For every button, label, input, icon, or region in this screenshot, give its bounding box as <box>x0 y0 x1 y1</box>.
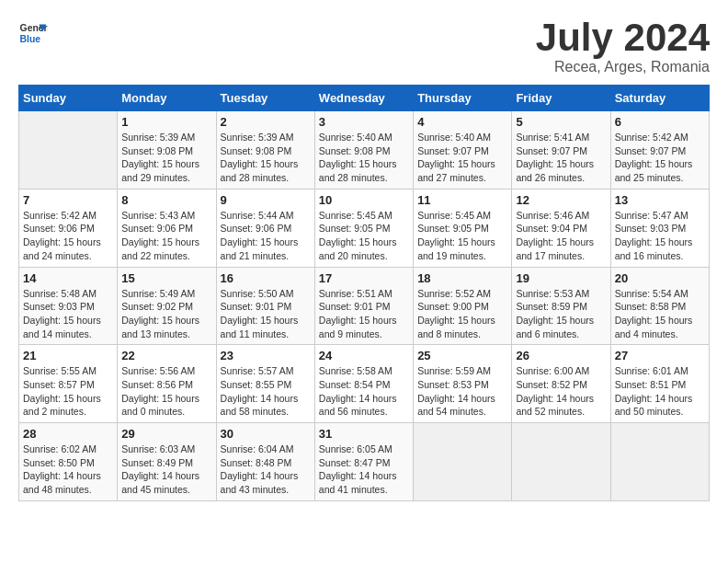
weekday-header-friday: Friday <box>512 86 610 111</box>
day-number: 17 <box>319 271 409 285</box>
calendar-body: 1Sunrise: 5:39 AM Sunset: 9:08 PM Daylig… <box>19 111 710 501</box>
weekday-header-thursday: Thursday <box>414 86 512 111</box>
calendar-cell <box>512 423 610 501</box>
day-info: Sunrise: 5:39 AM Sunset: 9:08 PM Dayligh… <box>121 131 211 185</box>
week-row-2: 14Sunrise: 5:48 AM Sunset: 9:03 PM Dayli… <box>19 267 710 345</box>
calendar-cell: 11Sunrise: 5:45 AM Sunset: 9:05 PM Dayli… <box>414 189 512 267</box>
day-info: Sunrise: 5:44 AM Sunset: 9:06 PM Dayligh… <box>221 209 311 263</box>
day-info: Sunrise: 5:39 AM Sunset: 9:08 PM Dayligh… <box>221 131 311 185</box>
day-number: 24 <box>319 349 409 362</box>
day-info: Sunrise: 5:45 AM Sunset: 9:05 PM Dayligh… <box>319 209 409 263</box>
day-number: 13 <box>615 193 705 207</box>
day-info: Sunrise: 5:59 AM Sunset: 8:53 PM Dayligh… <box>417 364 507 419</box>
calendar-cell: 21Sunrise: 5:55 AM Sunset: 8:57 PM Dayli… <box>19 345 118 423</box>
calendar-cell: 23Sunrise: 5:57 AM Sunset: 8:55 PM Dayli… <box>216 345 314 423</box>
weekday-header-saturday: Saturday <box>610 86 709 111</box>
calendar-cell: 1Sunrise: 5:39 AM Sunset: 9:08 PM Daylig… <box>118 111 216 190</box>
day-number: 4 <box>417 115 507 129</box>
day-number: 1 <box>121 115 211 129</box>
calendar-cell: 14Sunrise: 5:48 AM Sunset: 9:03 PM Dayli… <box>19 267 118 345</box>
calendar-cell: 10Sunrise: 5:45 AM Sunset: 9:05 PM Dayli… <box>314 189 413 267</box>
day-info: Sunrise: 5:54 AM Sunset: 8:58 PM Dayligh… <box>615 287 705 341</box>
day-info: Sunrise: 5:48 AM Sunset: 9:03 PM Dayligh… <box>23 287 113 341</box>
day-info: Sunrise: 5:55 AM Sunset: 8:57 PM Dayligh… <box>23 364 113 419</box>
day-info: Sunrise: 5:42 AM Sunset: 9:06 PM Dayligh… <box>23 209 113 263</box>
day-number: 22 <box>121 349 211 362</box>
calendar-cell: 8Sunrise: 5:43 AM Sunset: 9:06 PM Daylig… <box>118 189 216 267</box>
day-info: Sunrise: 5:40 AM Sunset: 9:07 PM Dayligh… <box>417 131 507 185</box>
calendar-cell: 29Sunrise: 6:03 AM Sunset: 8:49 PM Dayli… <box>118 423 216 501</box>
month-title: July 2024 <box>536 18 710 57</box>
day-info: Sunrise: 5:56 AM Sunset: 8:56 PM Dayligh… <box>121 364 211 419</box>
calendar-cell: 31Sunrise: 6:05 AM Sunset: 8:47 PM Dayli… <box>314 423 413 501</box>
day-number: 6 <box>615 115 705 129</box>
day-info: Sunrise: 5:47 AM Sunset: 9:03 PM Dayligh… <box>615 209 705 263</box>
week-row-4: 28Sunrise: 6:02 AM Sunset: 8:50 PM Dayli… <box>19 423 710 501</box>
day-number: 31 <box>319 427 409 441</box>
day-info: Sunrise: 5:42 AM Sunset: 9:07 PM Dayligh… <box>615 131 705 185</box>
day-number: 25 <box>417 349 507 362</box>
calendar-cell: 15Sunrise: 5:49 AM Sunset: 9:02 PM Dayli… <box>118 267 216 345</box>
day-number: 2 <box>221 115 311 129</box>
day-info: Sunrise: 6:03 AM Sunset: 8:49 PM Dayligh… <box>121 442 211 497</box>
week-row-0: 1Sunrise: 5:39 AM Sunset: 9:08 PM Daylig… <box>19 111 710 190</box>
calendar-cell: 28Sunrise: 6:02 AM Sunset: 8:50 PM Dayli… <box>19 423 118 501</box>
calendar-table: SundayMondayTuesdayWednesdayThursdayFrid… <box>18 85 710 501</box>
day-info: Sunrise: 5:53 AM Sunset: 8:59 PM Dayligh… <box>516 287 606 341</box>
calendar-cell: 19Sunrise: 5:53 AM Sunset: 8:59 PM Dayli… <box>512 267 610 345</box>
day-info: Sunrise: 5:50 AM Sunset: 9:01 PM Dayligh… <box>221 287 311 341</box>
day-number: 7 <box>23 193 113 207</box>
day-number: 9 <box>221 193 311 207</box>
calendar-cell: 22Sunrise: 5:56 AM Sunset: 8:56 PM Dayli… <box>118 345 216 423</box>
calendar-cell: 25Sunrise: 5:59 AM Sunset: 8:53 PM Dayli… <box>414 345 512 423</box>
day-number: 8 <box>121 193 211 207</box>
day-info: Sunrise: 5:49 AM Sunset: 9:02 PM Dayligh… <box>121 287 211 341</box>
day-number: 28 <box>23 427 113 441</box>
day-number: 27 <box>615 349 705 362</box>
calendar-cell: 4Sunrise: 5:40 AM Sunset: 9:07 PM Daylig… <box>414 111 512 190</box>
weekday-header-tuesday: Tuesday <box>216 86 314 111</box>
day-number: 30 <box>221 427 311 441</box>
weekday-header-row: SundayMondayTuesdayWednesdayThursdayFrid… <box>19 86 710 111</box>
day-number: 20 <box>615 271 705 285</box>
calendar-cell <box>414 423 512 501</box>
calendar-cell: 27Sunrise: 6:01 AM Sunset: 8:51 PM Dayli… <box>610 345 709 423</box>
weekday-header-wednesday: Wednesday <box>314 86 413 111</box>
calendar-cell: 18Sunrise: 5:52 AM Sunset: 9:00 PM Dayli… <box>414 267 512 345</box>
day-number: 15 <box>121 271 211 285</box>
week-row-3: 21Sunrise: 5:55 AM Sunset: 8:57 PM Dayli… <box>19 345 710 423</box>
day-info: Sunrise: 6:01 AM Sunset: 8:51 PM Dayligh… <box>615 364 705 419</box>
day-info: Sunrise: 5:58 AM Sunset: 8:54 PM Dayligh… <box>319 364 409 419</box>
logo-icon: General Blue <box>18 18 48 48</box>
day-info: Sunrise: 5:46 AM Sunset: 9:04 PM Dayligh… <box>516 209 606 263</box>
day-number: 16 <box>221 271 311 285</box>
day-info: Sunrise: 5:57 AM Sunset: 8:55 PM Dayligh… <box>221 364 311 419</box>
calendar-cell: 17Sunrise: 5:51 AM Sunset: 9:01 PM Dayli… <box>314 267 413 345</box>
day-info: Sunrise: 5:40 AM Sunset: 9:08 PM Dayligh… <box>319 131 409 185</box>
calendar-cell: 20Sunrise: 5:54 AM Sunset: 8:58 PM Dayli… <box>610 267 709 345</box>
calendar-cell: 5Sunrise: 5:41 AM Sunset: 9:07 PM Daylig… <box>512 111 610 190</box>
header: General Blue July 2024 Recea, Arges, Rom… <box>18 18 710 75</box>
location-title: Recea, Arges, Romania <box>536 59 710 75</box>
svg-text:Blue: Blue <box>20 34 41 44</box>
day-info: Sunrise: 6:02 AM Sunset: 8:50 PM Dayligh… <box>23 442 113 497</box>
day-number: 29 <box>121 427 211 441</box>
day-info: Sunrise: 6:04 AM Sunset: 8:48 PM Dayligh… <box>221 442 311 497</box>
weekday-header-monday: Monday <box>118 86 216 111</box>
calendar-cell: 26Sunrise: 6:00 AM Sunset: 8:52 PM Dayli… <box>512 345 610 423</box>
calendar-cell: 7Sunrise: 5:42 AM Sunset: 9:06 PM Daylig… <box>19 189 118 267</box>
weekday-header-sunday: Sunday <box>19 86 118 111</box>
calendar-cell: 6Sunrise: 5:42 AM Sunset: 9:07 PM Daylig… <box>610 111 709 190</box>
title-area: July 2024 Recea, Arges, Romania <box>536 18 710 75</box>
day-number: 3 <box>319 115 409 129</box>
calendar-cell: 12Sunrise: 5:46 AM Sunset: 9:04 PM Dayli… <box>512 189 610 267</box>
day-info: Sunrise: 5:45 AM Sunset: 9:05 PM Dayligh… <box>417 209 507 263</box>
week-row-1: 7Sunrise: 5:42 AM Sunset: 9:06 PM Daylig… <box>19 189 710 267</box>
calendar-cell: 16Sunrise: 5:50 AM Sunset: 9:01 PM Dayli… <box>216 267 314 345</box>
calendar-cell: 9Sunrise: 5:44 AM Sunset: 9:06 PM Daylig… <box>216 189 314 267</box>
day-number: 19 <box>516 271 606 285</box>
day-number: 5 <box>516 115 606 129</box>
day-info: Sunrise: 6:05 AM Sunset: 8:47 PM Dayligh… <box>319 442 409 497</box>
day-number: 21 <box>23 349 113 362</box>
calendar-cell: 30Sunrise: 6:04 AM Sunset: 8:48 PM Dayli… <box>216 423 314 501</box>
